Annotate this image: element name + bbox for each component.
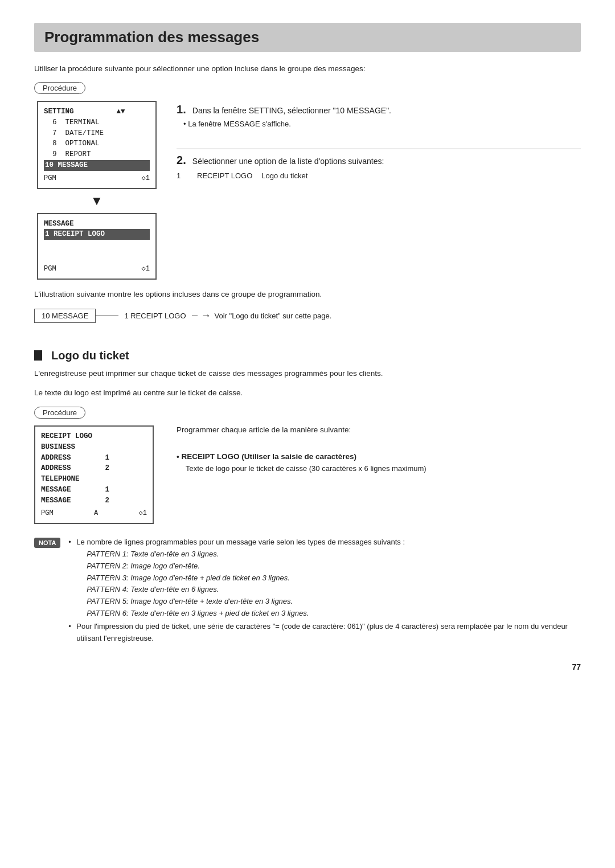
- screen-col-1: SETTING ▲▼ 6 TERMINAL 7 DATE/TIME 8 OPTI…: [34, 101, 159, 280]
- screen3-line7: MESSAGE 2: [41, 497, 109, 505]
- page-title: Programmation des messages: [34, 23, 581, 52]
- screen-3: RECEIPT LOGO BUSINESS ADDRESS 1 ADDRESS …: [34, 425, 154, 524]
- nota-content: Le nombre de lignes programmables pour u…: [68, 537, 581, 645]
- step1-heading: 1. Dans la fenêtre SETTING, sélectionner…: [177, 103, 581, 116]
- screen1-line1: SETTING ▲▼: [44, 108, 125, 116]
- nota-sub-4: PATTERN 4: Texte d'en-tête en 6 lignes.: [87, 584, 581, 596]
- nota-badge: NOTA: [34, 538, 60, 548]
- logo-bullet-title: • RECEIPT LOGO (Utiliser la saisie de ca…: [177, 452, 356, 461]
- screen1-pgm: PGM: [44, 173, 56, 183]
- screen3-line4: ADDRESS 2: [41, 464, 109, 472]
- step2-heading: 2. Sélectionner une option de la liste d…: [177, 154, 581, 167]
- screen3-line6: MESSAGE 1: [41, 486, 109, 494]
- screen1-num: ◇1: [142, 173, 150, 183]
- screen1-line5: 9 REPORT: [44, 150, 91, 158]
- procedure-badge-2: Procédure: [34, 407, 85, 419]
- nota-sub-1: PATTERN 1: Texte d'en-tête en 3 lignes.: [87, 548, 581, 560]
- section-heading-text: Logo du ticket: [51, 349, 129, 362]
- screen1-footer: PGM ◇1: [44, 173, 150, 183]
- screen2-pgm: PGM: [44, 264, 56, 274]
- list-item-1: 1 RECEIPT LOGO Logo du ticket: [177, 171, 581, 180]
- nota-item-1: Le nombre de lignes programmables pour u…: [68, 537, 581, 620]
- step1-desc: Dans la fenêtre SETTING, sélectionner "1…: [192, 106, 391, 115]
- screen1-highlight: 10 MESSAGE: [44, 160, 150, 171]
- screen2-footer: PGM ◇1: [44, 264, 150, 274]
- illustration-text: L'illustration suivante montre les optio…: [34, 290, 581, 298]
- nota-sub-5: PATTERN 5: Image logo d'en-tête + texte …: [87, 596, 581, 608]
- section-heading-logo: Logo du ticket: [34, 349, 581, 362]
- flow-diagram: 10 MESSAGE 1 RECEIPT LOGO → Voir "Logo d…: [34, 309, 581, 323]
- screen3-line1: RECEIPT LOGO: [41, 432, 92, 440]
- list-label-1: Logo du ticket: [261, 171, 308, 180]
- screen3-line3: ADDRESS 1: [41, 454, 109, 462]
- step2-desc: Sélectionner une option de la liste d'op…: [192, 157, 384, 166]
- screen2-highlight: 1 RECEIPT LOGO: [44, 229, 150, 240]
- logo-desc-2: Le texte du logo est imprimé au centre s…: [34, 387, 581, 399]
- nota-item-2-text: Pour l'impression du pied de ticket, une…: [76, 622, 568, 642]
- nota-sub-3: PATTERN 3: Image logo d'en-tête + pied d…: [87, 572, 581, 584]
- screen1-line4: 8 OPTIONAL: [44, 140, 100, 148]
- logo-bullet-desc: Texte de logo pour le ticket de caisse (…: [186, 463, 581, 474]
- screen3-footer: PGM A ◇1: [41, 508, 147, 518]
- logo-section-row: RECEIPT LOGO BUSINESS ADDRESS 1 ADDRESS …: [34, 425, 581, 524]
- step2-divider: [177, 149, 581, 149]
- flow-arrow: →: [201, 310, 211, 322]
- step2-list: 1 RECEIPT LOGO Logo du ticket: [177, 171, 581, 180]
- screen1-line2: 6 TERMINAL: [44, 118, 100, 126]
- screen3-pgm: PGM: [41, 508, 54, 518]
- list-num-1: 1: [177, 171, 188, 180]
- screen-2: MESSAGE 1 RECEIPT LOGO PGM ◇1: [37, 213, 157, 280]
- logo-bullet-item: • RECEIPT LOGO (Utiliser la saisie de ca…: [177, 452, 581, 474]
- step-col-1: 1. Dans la fenêtre SETTING, sélectionner…: [177, 101, 581, 182]
- nota-sub-6: PATTERN 6: Texte d'en-tête en 3 lignes +…: [87, 608, 581, 620]
- flow-see-text: Voir "Logo du ticket" sur cette page.: [215, 312, 332, 320]
- step1-sub: • La fenêtre MESSAGE s'affiche.: [183, 120, 581, 128]
- nota-item-2: Pour l'impression du pied de ticket, une…: [68, 621, 581, 645]
- screen2-num: ◇1: [142, 264, 150, 274]
- screen-1: SETTING ▲▼ 6 TERMINAL 7 DATE/TIME 8 OPTI…: [37, 101, 157, 189]
- screen3-mid: A: [94, 508, 98, 518]
- nota-sub-2: PATTERN 2: Image logo d'en-tête.: [87, 560, 581, 572]
- logo-step-intro: Programmer chaque article de la manière …: [177, 425, 581, 434]
- logo-screen-col: RECEIPT LOGO BUSINESS ADDRESS 1 ADDRESS …: [34, 425, 159, 524]
- procedure-badge-1: Procédure: [34, 82, 85, 94]
- flow-box: 10 MESSAGE: [34, 309, 96, 323]
- logo-step-col: Programmer chaque article de la manière …: [177, 425, 581, 478]
- nota-section: NOTA Le nombre de lignes programmables p…: [34, 537, 581, 645]
- nota-list: Le nombre de lignes programmables pour u…: [68, 537, 581, 644]
- arrow-down-1: ▼: [91, 195, 103, 207]
- screen2-header: MESSAGE: [44, 220, 74, 228]
- screen1-line3: 7 DATE/TIME: [44, 129, 104, 137]
- screen3-line2: BUSINESS: [41, 443, 75, 451]
- nota-item-1-sublist: PATTERN 1: Texte d'en-tête en 3 lignes. …: [76, 548, 581, 620]
- intro-text: Utiliser la procédure suivante pour séle…: [34, 64, 581, 73]
- nota-item-1-text: Le nombre de lignes programmables pour u…: [76, 538, 405, 546]
- flow-line-text: 1 RECEIPT LOGO: [118, 312, 191, 320]
- step-row-1: SETTING ▲▼ 6 TERMINAL 7 DATE/TIME 8 OPTI…: [34, 101, 581, 280]
- page-number: 77: [34, 662, 581, 672]
- screen3-num: ◇1: [139, 508, 147, 518]
- logo-desc-1: L'enregistreuse peut imprimer sur chaque…: [34, 368, 581, 379]
- list-code-1: RECEIPT LOGO: [197, 171, 252, 180]
- screen3-line5: TELEPHONE: [41, 475, 80, 483]
